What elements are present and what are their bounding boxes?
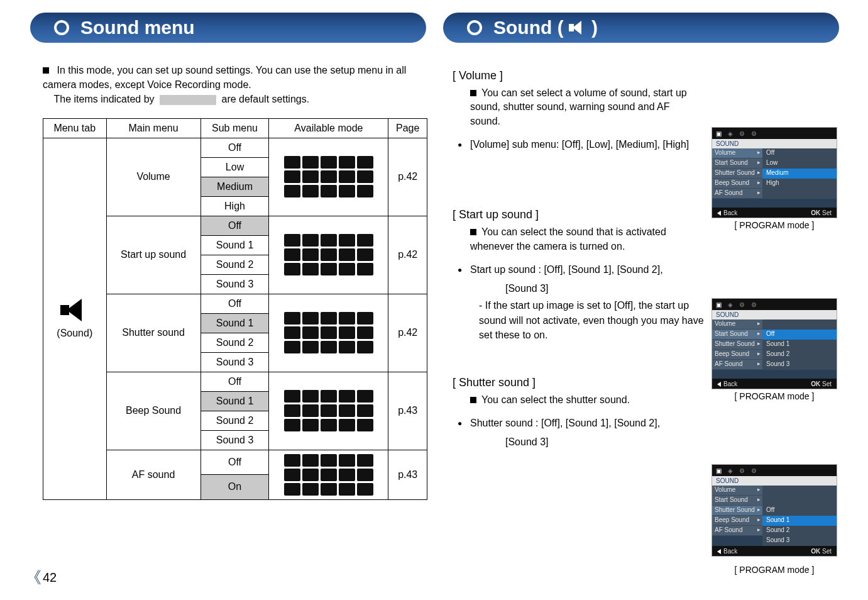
mode-icon [302, 390, 319, 403]
volume-desc: You can set select a volume of sound, st… [470, 87, 687, 126]
mode-icon [339, 185, 355, 197]
mode-icon [284, 156, 300, 169]
th-sub-menu: Sub menu [201, 118, 269, 138]
mode-icon [321, 156, 337, 169]
sub-menu-cell: Off [201, 450, 269, 475]
lcd-back: Back [723, 209, 737, 216]
mode-icon [357, 341, 373, 353]
mode-icon [339, 234, 355, 247]
th-main-menu: Main menu [106, 118, 201, 138]
page-number: 《42 [25, 567, 57, 589]
mode-icon [357, 454, 373, 467]
lcd-row-label: Beep Sound [712, 516, 762, 526]
sub-menu-cell: Sound 2 [201, 255, 269, 274]
sub-menu-cell: Medium [201, 177, 269, 196]
intro-line2b: are default settings. [221, 94, 309, 104]
mode-icon [357, 390, 373, 403]
mode-icon [357, 483, 373, 496]
mode-icon [284, 469, 300, 481]
lcd-row-label: Volume [712, 148, 762, 158]
lcd-row-value [762, 496, 837, 506]
lcd-back: Back [723, 548, 737, 555]
lcd-row: Beep SoundSound 1 [712, 516, 837, 526]
lcd-tabs: ▣◈⚙⚙ [712, 299, 837, 310]
lcd-row: AF SoundSound 2 [712, 526, 837, 536]
mode-icon [284, 234, 300, 247]
sub-menu-cell: Sound 1 [201, 235, 269, 255]
sub-menu-cell: Off [201, 294, 269, 313]
lcd-row-value: Sound 3 [762, 536, 837, 546]
mode-icon [284, 341, 300, 353]
sub-menu-cell: Off [201, 138, 269, 157]
table-row: (Sound)VolumeOffp.42 [43, 138, 427, 157]
lcd-row: Sound 3 [712, 536, 837, 546]
lcd-set: Set [822, 381, 832, 387]
startup-desc: You can select the sound that is activat… [470, 226, 666, 251]
right-column: [ Volume ] You can set select a volume o… [453, 63, 837, 448]
mode-icon [284, 326, 300, 339]
available-mode-cell [269, 138, 388, 216]
sub-menu-cell: Sound 1 [201, 391, 269, 411]
sub-menu-cell: Sound 3 [201, 352, 269, 372]
mode-icon [339, 170, 355, 183]
volume-head: [ Volume ] [453, 69, 837, 82]
sub-menu-cell: Off [201, 216, 269, 235]
th-available-mode: Available mode [269, 118, 388, 138]
lcd-set: Set [822, 548, 832, 555]
lcd1-caption: [ PROGRAM mode ] [711, 220, 837, 230]
lcd-row-label: Start Sound [712, 496, 762, 506]
lcd-row: Shutter SoundSound 1 [712, 340, 837, 350]
mode-icon [284, 312, 300, 325]
available-mode-cell [269, 294, 388, 372]
sub-menu-cell: Low [201, 157, 269, 177]
mode-icon [302, 263, 319, 275]
intro-line2a: The items indicated by [54, 94, 155, 104]
mode-icon [284, 419, 300, 431]
intro-line1: In this mode, you can set up sound setti… [43, 65, 406, 90]
shutter-line1b: [Sound 3] [505, 436, 837, 448]
sub-menu-cell: Sound 3 [201, 274, 269, 294]
sub-menu-cell: Off [201, 372, 269, 391]
page-number-value: 42 [43, 570, 57, 584]
startup-line1: Start up sound : [Off], [Sound 1], [Soun… [470, 262, 837, 277]
page-cell: p.42 [388, 216, 427, 294]
main-menu-cell: Shutter sound [106, 294, 201, 372]
mode-icon [302, 156, 319, 169]
lcd-row-label: Volume [712, 319, 762, 330]
lcd-ok: OK [811, 548, 820, 555]
default-swatch [160, 95, 216, 105]
lcd-row: Volume [712, 319, 837, 330]
startup-line1b: [Sound 3] [505, 283, 837, 294]
mode-icon [321, 312, 337, 325]
lcd-row: AF SoundSound 3 [712, 360, 837, 370]
lcd-row: AF Sound [712, 189, 837, 199]
mode-icon [339, 341, 355, 353]
main-menu-cell: Volume [106, 138, 201, 216]
shutter-line1: Shutter sound : [Off], [Sound 1], [Sound… [470, 416, 837, 430]
mode-icon [302, 483, 319, 496]
lcd-row: Shutter SoundOff [712, 506, 837, 516]
mode-icon [302, 326, 319, 339]
mode-icon [339, 419, 355, 431]
mode-icon [284, 454, 300, 467]
sub-menu-cell: On [201, 475, 269, 500]
mode-icon [302, 404, 319, 417]
page-cell: p.42 [388, 294, 427, 372]
lcd-row-value [762, 319, 837, 330]
lcd-back: Back [723, 381, 737, 387]
lcd-footer: Back OK Set [712, 546, 837, 556]
page-cell: p.42 [388, 138, 427, 216]
main-menu-cell: AF sound [106, 450, 201, 499]
page-cell: p.43 [388, 372, 427, 450]
mode-icon [339, 156, 355, 169]
lcd-row-value [762, 486, 837, 496]
mode-icon [357, 469, 373, 481]
lcd2-caption: [ PROGRAM mode ] [711, 391, 837, 401]
main-menu-cell: Start up sound [106, 216, 201, 294]
lcd-row-label: Start Sound [712, 158, 762, 169]
lcd-footer: Back OK Set [712, 208, 837, 218]
mode-icon [339, 404, 355, 417]
left-header: Sound menu [30, 13, 426, 43]
lcd-row: Shutter SoundMedium [712, 169, 837, 179]
sub-menu-cell: Sound 1 [201, 313, 269, 333]
